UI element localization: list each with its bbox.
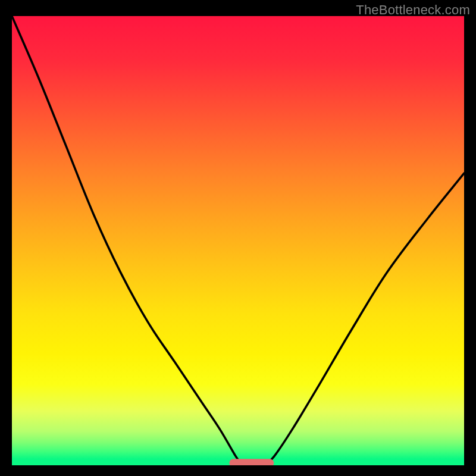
watermark-text: TheBottleneck.com [356,2,470,18]
left-curve [12,16,243,465]
right-curve [265,173,464,465]
curve-overlay [12,16,464,465]
plot-area [12,16,464,465]
chart-frame: TheBottleneck.com [0,0,476,476]
